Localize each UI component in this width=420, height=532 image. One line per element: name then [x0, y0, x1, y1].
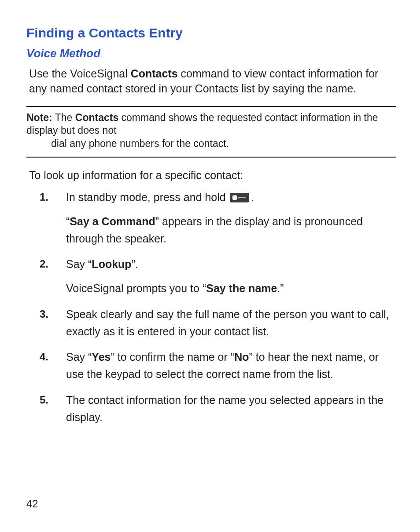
step3-text: Speak clearly and say the full name of t…: [66, 308, 389, 338]
intro-paragraph: Use the VoiceSignal Contacts command to …: [29, 66, 396, 96]
step4-mid: ” to confirm the name or “: [111, 351, 234, 363]
step1-sub: “Say a Command” appears in the display a…: [66, 213, 396, 247]
step1-text-b: .: [251, 191, 254, 203]
note-line2: dial any phone numbers for the contact.: [51, 137, 396, 150]
step2-bold: Lookup: [92, 258, 131, 270]
step1-sub-bold: Say a Command: [70, 215, 155, 227]
step2-sub-bold: Say the name: [206, 282, 277, 294]
steps-list: In standby mode, press and hold . “Say a…: [26, 189, 396, 426]
step-5: The contact information for the name you…: [40, 392, 396, 426]
section-heading: Finding a Contacts Entry: [26, 26, 396, 40]
intro-text-pre: Use the VoiceSignal: [29, 67, 131, 80]
step-4: Say “Yes” to confirm the name or “No” to…: [40, 349, 396, 383]
zero-key-icon: [230, 193, 249, 202]
step4-text-a: Say “: [66, 351, 92, 363]
note-line1-pre: The: [52, 112, 75, 123]
step4-bold1: Yes: [92, 351, 111, 363]
intro-bold: Contacts: [131, 67, 178, 80]
step2-sub: VoiceSignal prompts you to “Say the name…: [66, 280, 396, 297]
step2-text-a: Say “: [66, 258, 92, 270]
subsection-heading: Voice Method: [26, 47, 396, 60]
step1-text-a: In standby mode, press and hold: [66, 191, 229, 203]
lead-sentence: To look up information for a specific co…: [29, 169, 396, 182]
step-3: Speak clearly and say the full name of t…: [40, 306, 396, 340]
step2-sub-pre: VoiceSignal prompts you to “: [66, 282, 206, 294]
note-label: Note:: [26, 112, 52, 123]
step5-text: The contact information for the name you…: [66, 394, 383, 423]
step2-sub-post: .”: [277, 282, 284, 294]
note-text: Note: The Contacts command shows the req…: [26, 111, 396, 151]
step2-text-b: ”.: [132, 258, 138, 270]
note-block: Note: The Contacts command shows the req…: [26, 106, 396, 158]
step-1: In standby mode, press and hold . “Say a…: [40, 189, 396, 247]
step4-bold2: No: [234, 351, 249, 363]
page-number: 42: [26, 498, 38, 510]
step-2: Say “Lookup”. VoiceSignal prompts you to…: [40, 256, 396, 297]
note-line1-bold: Contacts: [75, 112, 118, 123]
